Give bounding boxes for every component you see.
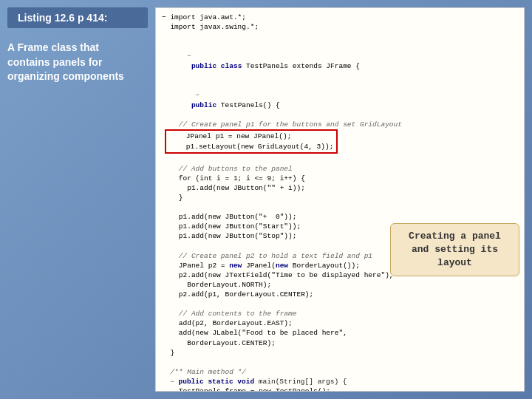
code-setlayout: p1.setLayout(new GridLayout(4, 3));: [169, 142, 333, 152]
code-for: for (int i = 1; i <= 9; i++) {: [162, 174, 518, 183]
code-add-p2: add(p2, BorderLayout.EAST);: [162, 318, 518, 328]
code-import1: − import java.awt.*;: [162, 13, 518, 22]
code-comment2: // Add buttons to the panel: [162, 164, 518, 174]
code-add-btn: p1.add(new JButton("" + i));: [162, 183, 518, 193]
highlight-region: JPanel p1 = new JPanel(); p1.setLayout(n…: [165, 129, 338, 154]
code-main-comment: /** Main method */: [162, 367, 518, 377]
code-main-decl: − public static void main(String[] args)…: [162, 377, 518, 386]
description-text: A Frame class that contains panels for o…: [7, 41, 124, 82]
code-comment4: // Add contents to the frame: [162, 309, 518, 318]
code-blank1: [162, 32, 518, 41]
code-jpanel: JPanel p1 = new JPanel();: [169, 132, 333, 142]
code-blank6: [162, 358, 518, 367]
code-blank2: [162, 154, 518, 163]
code-p2-add-p1: p2.add(p1, BorderLayout.CENTER);: [162, 290, 518, 299]
code-btn0: p1.add(new JButton("+ 0"));: [162, 212, 518, 222]
code-blank5: [162, 299, 518, 309]
code-close-constructor: }: [162, 348, 518, 358]
code-panel: − import java.awt.*; import javax.swing.…: [155, 7, 525, 392]
description-box: A Frame class that contains panels for o…: [7, 41, 144, 84]
code-class: − public class TestPanels extends JFrame…: [162, 41, 518, 81]
code-blank3: [162, 202, 518, 212]
code-import2: import javax.swing.*;: [162, 22, 518, 32]
title-bar: Listing 12.6 p 414:: [7, 7, 148, 28]
code-for-end: }: [162, 193, 518, 202]
annotation-bubble: Creating a panel and setting its layout: [390, 223, 519, 276]
code-add-center: BorderLayout.CENTER);: [162, 338, 518, 348]
slide-container: Listing 12.6 p 414: A Frame class that c…: [0, 0, 532, 399]
title-text: Listing 12.6 p 414:: [18, 12, 107, 24]
annotation-text: Creating a panel and setting its layout: [409, 231, 501, 268]
code-comment1: // Create panel p1 for the buttons and s…: [162, 120, 518, 129]
code-p2-north: BorderLayout.NORTH);: [162, 280, 518, 290]
code-add-label: add(new JLabel("Food to be placed here",: [162, 328, 518, 338]
code-constructor: − public TestPanels() {: [162, 81, 518, 120]
code-frame-inst: TestPanels frame = new TestPanels();: [162, 386, 518, 392]
